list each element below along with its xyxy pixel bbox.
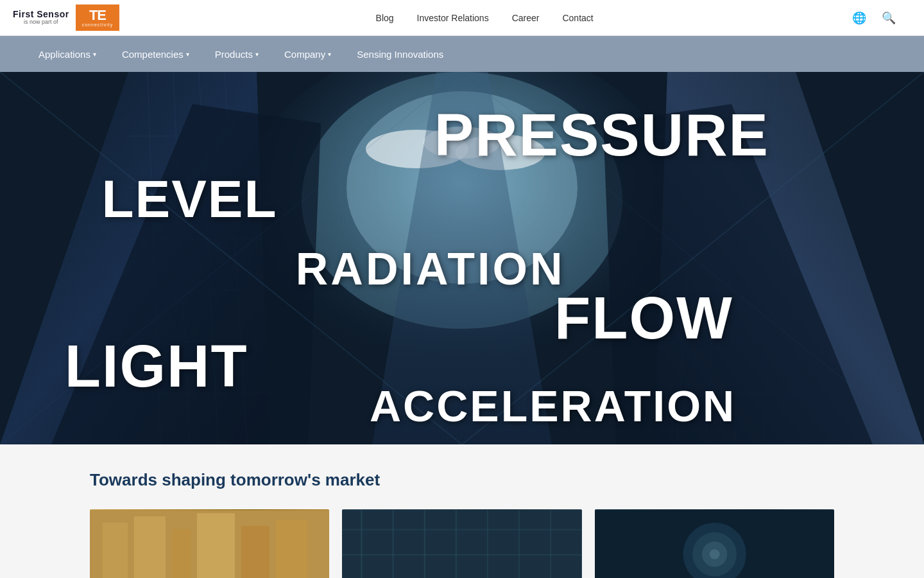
- nav-sensing-innovations-label: Sensing Innovations: [357, 49, 443, 60]
- top-bar-icons: 🌐 🔍: [850, 8, 898, 28]
- card-2-image: [342, 509, 581, 578]
- nav-blog[interactable]: Blog: [376, 13, 394, 23]
- hero-word-acceleration: ACCELERATION: [370, 381, 736, 431]
- search-icon: 🔍: [882, 12, 896, 24]
- globe-icon: 🌐: [852, 12, 866, 24]
- nav-applications-label: Applications: [38, 49, 90, 60]
- svg-rect-40: [197, 513, 235, 578]
- nav-investor-relations[interactable]: Investor Relations: [417, 13, 489, 23]
- bottom-content-section: Towards shaping tomorrow's market: [0, 444, 924, 578]
- chevron-down-icon: ▾: [186, 51, 189, 58]
- svg-rect-49: [518, 510, 520, 578]
- nav-career[interactable]: Career: [512, 13, 540, 23]
- search-icon-button[interactable]: 🔍: [879, 8, 898, 28]
- logo-area: First Sensor is now part of TE connectiv…: [13, 4, 119, 31]
- svg-rect-51: [342, 529, 581, 530]
- content-card-2[interactable]: [342, 509, 581, 578]
- content-card-3[interactable]: [595, 509, 834, 578]
- brand-name: First Sensor: [13, 10, 69, 19]
- chevron-down-icon: ▾: [255, 51, 259, 58]
- card-1-image: [90, 509, 329, 578]
- svg-rect-45: [393, 510, 394, 578]
- hero-word-radiation: RADIATION: [296, 243, 565, 295]
- hero-word-level: LEVEL: [101, 169, 277, 229]
- nav-item-company[interactable]: Company ▾: [271, 36, 344, 72]
- te-main-text: TE: [89, 8, 106, 22]
- nav-item-products[interactable]: Products ▾: [202, 36, 271, 72]
- svg-rect-38: [134, 516, 166, 578]
- svg-rect-48: [487, 510, 488, 578]
- hero-banner: PRESSURE LEVEL RADIATION FLOW LIGHT ACCE…: [0, 72, 924, 444]
- sub-text: is now part of: [24, 19, 58, 26]
- svg-point-58: [709, 549, 719, 559]
- nav-competencies-label: Competencies: [122, 49, 184, 60]
- card-row: [90, 509, 834, 578]
- hero-word-pressure: PRESSURE: [434, 101, 769, 169]
- svg-rect-39: [172, 529, 191, 578]
- nav-item-competencies[interactable]: Competencies ▾: [109, 36, 202, 72]
- chevron-down-icon: ▾: [328, 51, 331, 58]
- hero-word-light: LIGHT: [65, 333, 248, 400]
- svg-rect-42: [276, 520, 307, 578]
- hero-word-flow: FLOW: [554, 285, 733, 352]
- card-3-image: [595, 509, 834, 578]
- svg-rect-52: [342, 554, 581, 556]
- svg-rect-47: [456, 510, 457, 578]
- svg-rect-46: [424, 510, 425, 578]
- te-logo[interactable]: TE connectivity: [76, 4, 120, 31]
- svg-rect-50: [551, 510, 552, 578]
- content-card-1[interactable]: [90, 509, 329, 578]
- svg-rect-43: [342, 510, 581, 578]
- globe-icon-button[interactable]: 🌐: [850, 8, 869, 28]
- nav-item-sensing-innovations[interactable]: Sensing Innovations: [344, 36, 456, 72]
- nav-company-label: Company: [284, 49, 325, 60]
- main-nav: Applications ▾ Competencies ▾ Products ▾…: [0, 36, 924, 72]
- svg-rect-41: [241, 526, 270, 578]
- chevron-down-icon: ▾: [93, 51, 96, 58]
- nav-products-label: Products: [215, 49, 253, 60]
- svg-rect-37: [103, 523, 128, 578]
- nav-item-applications[interactable]: Applications ▾: [26, 36, 109, 72]
- svg-rect-44: [361, 510, 363, 578]
- hero-words-overlay: PRESSURE LEVEL RADIATION FLOW LIGHT ACCE…: [0, 72, 924, 444]
- first-sensor-logo: First Sensor is now part of: [13, 10, 69, 26]
- nav-contact[interactable]: Contact: [562, 13, 593, 23]
- top-utility-nav: Blog Investor Relations Career Contact: [376, 13, 594, 23]
- te-sub-text: connectivity: [82, 22, 114, 27]
- top-bar: First Sensor is now part of TE connectiv…: [0, 0, 924, 36]
- section-title: Towards shaping tomorrow's market: [90, 470, 834, 490]
